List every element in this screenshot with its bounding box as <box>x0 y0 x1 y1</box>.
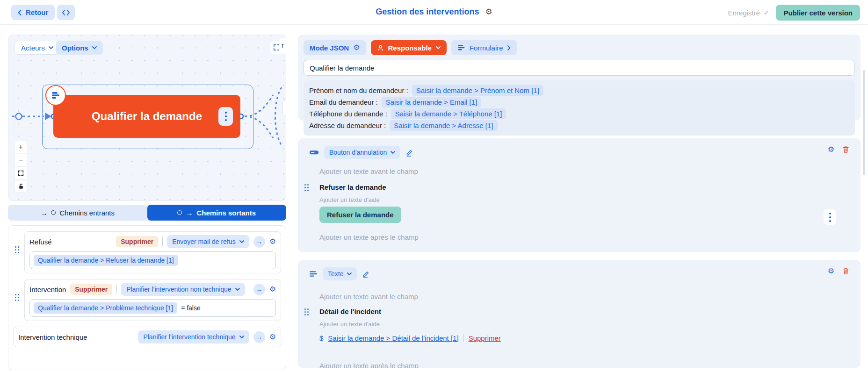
drag-handle[interactable] <box>304 184 309 191</box>
info-binding-chip[interactable]: Saisir la demande > Prénom et Nom [1] <box>412 85 543 96</box>
drag-handle[interactable] <box>15 246 19 253</box>
outgoing-label: Chemins sortants <box>196 209 256 217</box>
form-field-card: Bouton d'annulation ⚙ Ajouter un texte a… <box>298 138 861 252</box>
target-step-label: Planifier l'intervention non technique <box>126 286 231 293</box>
chevron-down-icon <box>92 46 97 50</box>
path-row: Intervention r Supprimer Planifier l'int… <box>13 279 281 321</box>
node-circle-icon <box>177 210 182 215</box>
publish-button[interactable]: Publier cette version <box>776 5 860 21</box>
delete-path-badge[interactable]: Supprimer <box>116 236 158 247</box>
info-line: Adresse du demandeur : Saisir la demande… <box>309 120 849 131</box>
condition-box[interactable]: Qualifier la demande > Refuser la demand… <box>29 251 276 269</box>
target-step-label: Envoyer mail de refus <box>172 238 235 245</box>
cancel-action-button[interactable]: Refuser la demande <box>319 207 401 223</box>
chevron-down-icon <box>235 288 240 291</box>
edit-pencil-icon[interactable] <box>405 149 413 157</box>
save-status: Enregistré ✓ <box>728 8 769 17</box>
target-step-label: Planifier l'intervention technique <box>143 333 235 341</box>
tab-incoming-paths[interactable]: → Chemins entrants <box>8 205 147 221</box>
chevron-down-icon <box>436 46 441 50</box>
target-step-dropdown[interactable]: Planifier l'intervention non technique <box>121 283 245 296</box>
info-binding-chip[interactable]: Saisir la demande > Email [1] <box>382 97 482 107</box>
after-text-placeholder[interactable]: Ajouter un texte après le champ <box>319 362 419 368</box>
condition-suffix: = false <box>181 304 201 312</box>
step-editor-header: Mode JSON ⚙ Responsable Formulaire Préno… <box>298 35 861 121</box>
actors-label: Acteurs <box>21 44 45 52</box>
path-settings-icon[interactable]: ⚙ <box>269 286 276 293</box>
json-settings-icon[interactable]: ⚙ <box>353 44 360 51</box>
go-to-step-button[interactable]: → <box>253 331 265 343</box>
divider <box>116 285 117 293</box>
path-name: Intervention r <box>29 286 66 293</box>
lock-icon <box>18 183 24 189</box>
field-menu-button[interactable] <box>824 209 836 225</box>
step-name-input[interactable] <box>304 60 855 76</box>
help-text-placeholder[interactable]: Ajouter un texte d'aide <box>319 196 380 203</box>
target-step-dropdown[interactable]: Envoyer mail de refus <box>167 235 249 248</box>
condition-chip[interactable]: Qualifier la demande > Problème techniqu… <box>34 302 177 314</box>
zoom-out-button[interactable]: − <box>14 154 27 166</box>
path-tabs: → Chemins entrants → Chemins sortants <box>8 205 286 221</box>
node-menu-button[interactable] <box>218 107 233 126</box>
variable-dollar-icon: $ <box>319 334 323 342</box>
chevron-down-icon <box>391 151 395 154</box>
chevron-right-icon <box>507 45 511 50</box>
scrollbar-thumb[interactable] <box>863 70 865 175</box>
actors-dropdown[interactable]: Acteurs <box>14 41 60 55</box>
field-label[interactable]: Refuser la demande <box>319 183 386 191</box>
after-text-placeholder[interactable]: Ajouter un texte après le champ <box>319 233 419 241</box>
outgoing-paths-list: Refusé Supprimer Envoyer mail de refus →… <box>8 225 286 370</box>
trash-icon[interactable] <box>842 267 849 275</box>
path-row: Refusé Supprimer Envoyer mail de refus →… <box>13 231 281 273</box>
remove-binding-link[interactable]: Supprimer <box>469 334 501 342</box>
field-type-dropdown[interactable]: Bouton d'annulation <box>324 146 400 159</box>
zoom-toolbar: + − <box>14 141 27 193</box>
drag-handle[interactable] <box>304 308 309 315</box>
before-text-placeholder[interactable]: Ajouter un texte avant le champ <box>319 293 418 300</box>
button-type-icon <box>309 149 319 156</box>
trash-icon[interactable] <box>842 146 849 153</box>
go-to-step-button[interactable]: → <box>253 236 265 248</box>
mode-json-button[interactable]: Mode JSON ⚙ <box>304 40 366 55</box>
divider <box>463 334 464 342</box>
field-label[interactable]: Détail de l'incident <box>319 308 381 315</box>
edit-pencil-icon[interactable] <box>362 270 370 278</box>
field-settings-icon[interactable]: ⚙ <box>828 146 834 153</box>
binding-link[interactable]: Saisir la demande > Détail de l'incident… <box>328 334 458 342</box>
path-settings-icon[interactable]: ⚙ <box>269 333 276 341</box>
path-name: Intervention technique <box>18 333 134 341</box>
target-step-dropdown[interactable]: Planifier l'intervention technique <box>138 330 249 343</box>
field-type-label: Texte <box>328 270 343 278</box>
form-breadcrumb-button[interactable]: Formulaire <box>451 40 517 55</box>
info-binding-chip[interactable]: Saisir la demande > Téléphone [1] <box>391 108 506 119</box>
info-label: Téléphone du demande : <box>309 110 387 118</box>
field-settings-icon[interactable]: ⚙ <box>828 267 834 275</box>
delete-path-badge[interactable]: Supprimer <box>70 284 112 295</box>
top-bar: Retour Gestion des interventions ⚙ Enreg… <box>0 0 868 25</box>
clipped-text: r <box>282 42 284 49</box>
workflow-settings-icon[interactable]: ⚙ <box>485 7 492 16</box>
tab-outgoing-paths[interactable]: → Chemins sortants <box>147 205 287 221</box>
incoming-arrow-icon: → <box>40 209 47 217</box>
fullscreen-icon <box>18 170 24 176</box>
clipped-panel: r <box>279 38 286 54</box>
field-type-dropdown[interactable]: Texte <box>323 267 357 280</box>
zoom-in-button[interactable]: + <box>14 141 27 153</box>
workflow-canvas[interactable]: Acteurs Options r Qualifier la demande +… <box>8 35 286 201</box>
before-text-placeholder[interactable]: Ajouter un texte avant le champ <box>319 167 418 175</box>
lock-button[interactable] <box>14 180 27 193</box>
options-dropdown[interactable]: Options <box>56 41 103 55</box>
options-label: Options <box>62 44 88 52</box>
condition-chip[interactable]: Qualifier la demande > Refuser la demand… <box>34 255 178 266</box>
go-to-step-button[interactable]: → <box>253 284 265 295</box>
role-dropdown[interactable]: Responsable <box>371 40 447 55</box>
drag-handle[interactable] <box>15 294 19 301</box>
workflow-node[interactable]: Qualifier la demande <box>53 95 240 138</box>
path-settings-icon[interactable]: ⚙ <box>269 238 276 245</box>
help-text-placeholder[interactable]: Ajouter un texte d'aide <box>319 321 380 328</box>
request-info-block: Prénom et nom du demandeur : Saisir la d… <box>304 80 855 136</box>
info-binding-chip[interactable]: Saisir la demande > Adresse [1] <box>390 120 497 131</box>
fullscreen-button[interactable] <box>14 167 27 179</box>
condition-box[interactable]: Qualifier la demande > Problème techniqu… <box>29 299 276 317</box>
incoming-label: Chemins entrants <box>59 209 115 217</box>
